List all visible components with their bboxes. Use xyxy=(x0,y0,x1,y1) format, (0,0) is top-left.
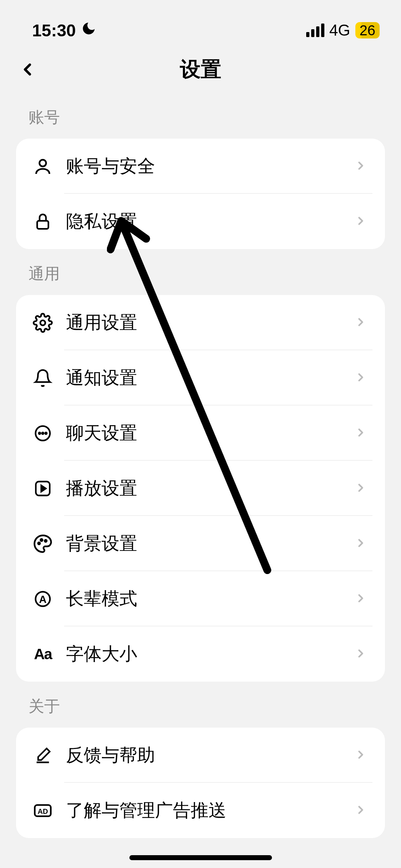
chevron-right-icon xyxy=(354,426,367,440)
row-playback-settings[interactable]: 播放设置 xyxy=(16,461,385,516)
ad-icon: AD xyxy=(30,798,55,823)
row-privacy-settings[interactable]: 隐私设置 xyxy=(16,194,385,249)
play-icon xyxy=(30,476,55,501)
row-chat-settings[interactable]: 聊天设置 xyxy=(16,405,385,461)
chevron-right-icon xyxy=(354,647,367,661)
chevron-right-icon xyxy=(354,748,367,763)
home-indicator[interactable] xyxy=(129,855,272,860)
chevron-right-icon xyxy=(354,804,367,818)
row-account-security[interactable]: 账号与安全 xyxy=(16,139,385,194)
status-time: 15:30 xyxy=(32,21,76,40)
svg-text:A: A xyxy=(39,594,46,605)
bell-icon xyxy=(30,366,55,391)
group-account: 账号与安全 隐私设置 xyxy=(16,139,385,249)
row-label: 长辈模式 xyxy=(66,587,354,611)
page-title: 设置 xyxy=(18,56,383,83)
section-header-about: 关于 xyxy=(0,682,401,728)
back-button[interactable] xyxy=(18,60,37,79)
svg-point-4 xyxy=(39,432,41,434)
feedback-icon xyxy=(30,743,55,768)
row-label: 隐私设置 xyxy=(66,210,354,233)
svg-text:AD: AD xyxy=(37,807,48,815)
row-label: 播放设置 xyxy=(66,476,354,500)
chevron-left-icon xyxy=(18,60,37,79)
network-type: 4G xyxy=(329,21,350,39)
svg-marker-8 xyxy=(41,485,46,491)
chevron-right-icon xyxy=(354,592,367,606)
chevron-right-icon xyxy=(354,159,367,174)
status-bar: 15:30 4G 26 xyxy=(0,0,401,46)
palette-icon xyxy=(30,531,55,556)
row-ad-management[interactable]: AD 了解与管理广告推送 xyxy=(16,783,385,838)
row-font-size[interactable]: Aa 字体大小 xyxy=(16,626,385,682)
dnd-moon-icon xyxy=(81,21,97,40)
elder-icon: A xyxy=(30,587,55,611)
gear-icon xyxy=(30,310,55,335)
chevron-right-icon xyxy=(354,481,367,496)
signal-icon xyxy=(306,24,324,37)
group-about: 反馈与帮助 AD 了解与管理广告推送 xyxy=(16,728,385,838)
chevron-right-icon xyxy=(354,371,367,385)
svg-point-6 xyxy=(45,432,47,434)
font-icon: Aa xyxy=(30,642,55,667)
chevron-right-icon xyxy=(354,537,367,551)
chat-icon xyxy=(30,421,55,446)
row-label: 通知设置 xyxy=(66,366,354,390)
row-label: 聊天设置 xyxy=(66,421,354,445)
svg-point-9 xyxy=(38,542,40,544)
battery-icon: 26 xyxy=(355,22,380,38)
lock-icon xyxy=(30,209,55,234)
svg-point-2 xyxy=(40,320,45,325)
svg-point-5 xyxy=(42,432,44,434)
status-right: 4G 26 xyxy=(306,21,380,39)
group-general: 通用设置 通知设置 聊天设置 播放设置 xyxy=(16,295,385,682)
row-label: 账号与安全 xyxy=(66,154,354,178)
row-general-settings[interactable]: 通用设置 xyxy=(16,295,385,350)
status-left: 15:30 xyxy=(32,21,97,40)
row-feedback-help[interactable]: 反馈与帮助 xyxy=(16,728,385,783)
row-elder-mode[interactable]: A 长辈模式 xyxy=(16,571,385,626)
row-label: 背景设置 xyxy=(66,532,354,556)
chevron-right-icon xyxy=(354,215,367,229)
svg-rect-1 xyxy=(37,221,48,229)
chevron-right-icon xyxy=(354,316,367,330)
row-label: 了解与管理广告推送 xyxy=(66,799,354,822)
row-notification-settings[interactable]: 通知设置 xyxy=(16,350,385,405)
section-header-account: 账号 xyxy=(0,93,401,139)
section-header-general: 通用 xyxy=(0,249,401,295)
row-label: 反馈与帮助 xyxy=(66,743,354,767)
nav-bar: 设置 xyxy=(0,46,401,93)
row-background-settings[interactable]: 背景设置 xyxy=(16,516,385,571)
row-label: 通用设置 xyxy=(66,311,354,335)
row-label: 字体大小 xyxy=(66,642,354,666)
svg-point-11 xyxy=(45,540,47,542)
svg-point-0 xyxy=(40,160,46,166)
user-icon xyxy=(30,154,55,179)
svg-point-10 xyxy=(41,539,43,541)
